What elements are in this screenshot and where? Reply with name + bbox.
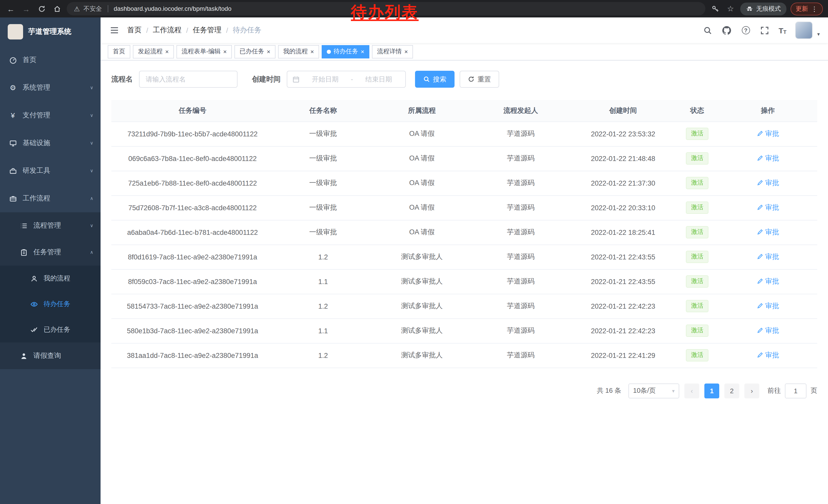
goto-page-input[interactable]: [785, 383, 806, 398]
back-icon[interactable]: ←: [5, 3, 16, 14]
sidebar-item-task-management[interactable]: 任务管理 ∧: [0, 239, 100, 266]
url-bar[interactable]: ⚠ 不安全 dashboard.yudao.iocoder.cn/bpm/tas…: [67, 2, 705, 15]
logo-rabbit-icon: [8, 24, 23, 40]
status-badge: 激活: [686, 201, 708, 214]
breadcrumb-home[interactable]: 首页: [127, 26, 141, 35]
prev-page-button[interactable]: ‹: [685, 383, 699, 398]
fullscreen-icon[interactable]: [759, 25, 770, 35]
next-page-button[interactable]: ›: [744, 383, 759, 398]
sidebar-item-home[interactable]: 首页: [0, 46, 100, 74]
sidebar-item-system[interactable]: ⚙ 系统管理 ∨: [0, 74, 100, 101]
pencil-icon: [756, 254, 763, 260]
star-icon[interactable]: ☆: [725, 3, 736, 14]
cell-initiator: 芋道源码: [471, 318, 570, 343]
key-icon[interactable]: [709, 3, 721, 14]
search-icon: [423, 76, 430, 83]
status-badge: 激活: [686, 275, 708, 287]
update-button[interactable]: 更新 ⋮: [791, 2, 823, 15]
incognito-icon: [746, 5, 753, 12]
sidebar-item-process-management[interactable]: 流程管理 ∨: [0, 212, 100, 239]
breadcrumb-current: 待办任务: [233, 26, 261, 35]
github-icon[interactable]: [721, 25, 732, 35]
process-name-input[interactable]: [139, 71, 238, 88]
breadcrumb-separator: /: [226, 26, 228, 34]
font-size-icon[interactable]: TT: [779, 26, 786, 35]
tab[interactable]: 待办任务 ×: [322, 45, 369, 58]
goto-label: 前往: [768, 386, 781, 395]
process-name-label: 流程名: [111, 75, 133, 84]
list-icon: [19, 222, 28, 230]
tab[interactable]: 我的流程 ×: [278, 45, 319, 58]
warning-icon: ⚠: [74, 5, 80, 12]
approve-link[interactable]: 审批: [756, 228, 779, 237]
url-text: dashboard.yudao.iocoder.cn/bpm/task/todo: [114, 5, 232, 12]
tab-label: 流程表单-编辑: [181, 47, 220, 56]
active-dot-icon: [327, 49, 331, 54]
forward-icon[interactable]: →: [20, 3, 32, 14]
close-icon[interactable]: ×: [404, 48, 408, 55]
approve-link[interactable]: 审批: [756, 154, 779, 163]
sidebar-item-payment[interactable]: ¥ 支付管理 ∨: [0, 101, 100, 129]
close-icon[interactable]: ×: [267, 48, 271, 55]
sidebar-item-infrastructure[interactable]: 基础设施 ∨: [0, 129, 100, 157]
cell-initiator: 芋道源码: [471, 294, 570, 318]
refresh-icon[interactable]: [36, 3, 47, 14]
status-badge: 激活: [686, 152, 708, 164]
breadcrumb-separator: /: [146, 26, 148, 34]
menu-dots-icon[interactable]: ⋮: [811, 5, 818, 12]
search-icon[interactable]: [703, 25, 713, 35]
status-badge: 激活: [686, 300, 708, 312]
sidebar-menu: 首页 ⚙ 系统管理 ∨ ¥ 支付管理 ∨ 基础设施 ∨: [0, 46, 100, 369]
close-icon[interactable]: ×: [361, 48, 364, 55]
tab[interactable]: 发起流程 ×: [133, 45, 174, 58]
table-header-row: 任务编号 任务名称 所属流程 流程发起人 创建时间 状态 操作: [111, 100, 817, 122]
cell-create-time: 2022-01-21 22:41:29: [570, 343, 676, 368]
cell-initiator: 芋道源码: [471, 244, 570, 269]
sidebar-item-done-tasks[interactable]: 已办任务: [0, 317, 100, 342]
tab[interactable]: 已办任务 ×: [235, 45, 276, 58]
date-range-picker[interactable]: 开始日期 - 结束日期: [287, 71, 406, 88]
table-row: 580e1b3d-7ac8-11ec-a9e2-a2380e71991a 1.1…: [111, 318, 817, 343]
approve-link[interactable]: 审批: [756, 326, 779, 335]
search-button[interactable]: 搜索: [415, 71, 455, 88]
breadcrumb-workflow[interactable]: 工作流程: [153, 26, 181, 35]
tab-label: 发起流程: [138, 47, 163, 56]
close-icon[interactable]: ×: [165, 48, 169, 55]
tab[interactable]: 流程表单-编辑 ×: [176, 45, 232, 58]
tab[interactable]: 首页 ×: [108, 45, 130, 58]
page-button-2[interactable]: 2: [724, 383, 739, 398]
sidebar-item-workflow[interactable]: 工作流程 ∧: [0, 185, 100, 212]
approve-link[interactable]: 审批: [756, 351, 779, 360]
approve-link[interactable]: 审批: [756, 302, 779, 311]
approve-link[interactable]: 审批: [756, 178, 779, 188]
reset-button[interactable]: 重置: [460, 71, 499, 88]
app-logo[interactable]: 芋道管理系统: [0, 17, 100, 46]
tab[interactable]: 流程详情 ×: [372, 45, 413, 58]
close-icon[interactable]: ×: [310, 48, 314, 55]
user-avatar[interactable]: [795, 21, 813, 39]
sidebar-item-my-process[interactable]: 我的流程: [0, 266, 100, 291]
breadcrumb-task-management[interactable]: 任务管理: [193, 26, 222, 35]
cell-process: OA 请假: [372, 220, 471, 244]
hamburger-icon[interactable]: [109, 25, 120, 36]
cell-create-time: 2022-01-21 22:42:23: [570, 294, 676, 318]
chevron-down-icon[interactable]: ▾: [817, 31, 820, 39]
approve-link[interactable]: 审批: [756, 252, 779, 262]
cell-initiator: 芋道源码: [471, 122, 570, 146]
home-icon[interactable]: [51, 3, 63, 14]
sidebar-item-leave-query[interactable]: 请假查询: [0, 342, 100, 369]
incognito-badge: 无痕模式: [740, 2, 786, 15]
cell-process: 测试多审批人: [372, 269, 471, 294]
help-icon[interactable]: ?: [741, 25, 751, 35]
cell-create-time: 2022-01-22 23:53:32: [570, 122, 676, 146]
approve-link[interactable]: 审批: [756, 203, 779, 212]
person-chat-icon: [30, 274, 38, 282]
page-button-1[interactable]: 1: [704, 383, 719, 398]
approve-link[interactable]: 审批: [756, 277, 779, 286]
sidebar-item-devtools[interactable]: 研发工具 ∨: [0, 157, 100, 185]
page-size-select[interactable]: 10条/页 ▾: [628, 383, 679, 398]
chevron-down-icon: ∨: [90, 168, 93, 173]
sidebar-item-todo-tasks[interactable]: 待办任务: [0, 291, 100, 317]
approve-link[interactable]: 审批: [756, 129, 779, 138]
close-icon[interactable]: ×: [223, 48, 227, 55]
